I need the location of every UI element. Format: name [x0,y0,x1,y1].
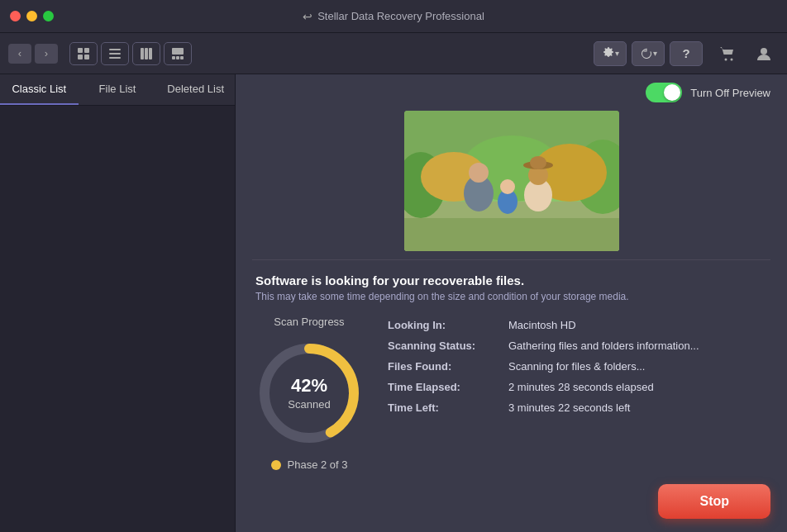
action-buttons: ▾ ▾ ? [594,41,703,66]
preview-image [404,111,619,251]
svg-rect-33 [404,218,619,251]
maximize-button[interactable] [43,11,54,21]
svg-rect-13 [180,56,184,59]
view-grid-button[interactable] [69,42,98,65]
minimize-button[interactable] [26,11,37,21]
scan-area: Scan Progress 42% Scanned Phase 2 of 3 [236,309,787,487]
phase-indicator: Phase 2 of 3 [271,458,348,471]
restore-button[interactable]: ▾ [632,41,665,66]
info-row-time-elapsed: Time Elapsed: 2 minutes 28 seconds elaps… [388,381,767,393]
preview-toggle-bar: Turn Off Preview [236,74,787,111]
sidebar-content [0,106,235,532]
info-row-time-left: Time Left: 3 minutes 22 seconds left [388,401,767,414]
info-row-scanning-status: Scanning Status: Gathering files and fol… [388,340,767,352]
info-key-looking-in: Looking In: [388,319,503,331]
help-button[interactable]: ? [670,41,703,66]
main-layout: Classic List File List Deleted List Turn… [0,74,787,532]
phase-text: Phase 2 of 3 [288,458,348,471]
progress-circle: 42% Scanned [255,340,363,447]
back-arrow-icon: ↩ [303,10,312,23]
content-area: Turn Off Preview [236,74,787,532]
traffic-lights [10,11,54,21]
svg-point-15 [731,58,733,60]
phase-dot-icon [271,460,281,470]
icon-buttons [713,41,779,66]
svg-point-16 [761,48,767,55]
titlebar: ↩ Stellar Data Recovery Professional [0,0,787,33]
info-key-time-left: Time Left: [388,401,503,414]
svg-rect-4 [109,49,121,50]
tab-file-list[interactable]: File List [79,74,157,105]
app-title: ↩ Stellar Data Recovery Professional [303,10,484,23]
svg-point-14 [725,58,727,60]
svg-rect-10 [172,48,184,55]
info-key-files-found: Files Found: [388,360,503,373]
nav-back-button[interactable]: ‹ [8,44,31,64]
info-val-time-elapsed: 2 minutes 28 seconds elapsed [508,381,654,393]
app-title-text: Stellar Data Recovery Professional [317,10,484,22]
view-list-button[interactable] [101,42,129,65]
close-button[interactable] [10,11,21,21]
svg-rect-11 [172,56,175,59]
status-text-area: Software is looking for your recoverable… [236,260,787,309]
scan-progress-label: Scan Progress [274,316,344,328]
svg-rect-5 [109,53,121,55]
sidebar-tabs: Classic List File List Deleted List [0,74,235,106]
info-key-scanning-status: Scanning Status: [388,340,503,352]
info-row-files-found: Files Found: Scanning for files & folder… [388,360,767,373]
svg-point-26 [469,163,489,183]
tab-deleted-list[interactable]: Deleted List [156,74,235,105]
stop-button[interactable]: Stop [658,484,770,519]
info-val-files-found: Scanning for files & folders... [508,360,645,373]
stop-button-container: Stop [658,484,770,519]
sidebar: Classic List File List Deleted List [0,74,236,532]
nav-forward-button[interactable]: › [35,44,58,64]
tab-classic-list[interactable]: Classic List [0,74,79,105]
preview-toggle-label: Turn Off Preview [690,87,770,99]
status-sub-text: This may take some time depending on the… [255,291,767,302]
preview-photo [404,111,619,251]
svg-rect-6 [109,57,121,59]
toggle-thumb [664,84,680,101]
info-val-scanning-status: Gathering files and folders information.… [508,340,699,352]
user-button[interactable] [749,41,779,66]
svg-rect-9 [149,48,152,59]
view-buttons [69,42,192,65]
circle-percent: 42% [288,375,330,397]
settings-button[interactable]: ▾ [594,41,627,66]
circle-inner: 42% Scanned [288,375,330,411]
info-key-time-elapsed: Time Elapsed: [388,381,503,393]
status-main-text: Software is looking for your recoverable… [255,273,767,287]
toolbar: ‹ › ▾ ▾ ? [0,33,787,74]
svg-point-28 [500,179,515,194]
cart-button[interactable] [713,41,742,66]
svg-rect-2 [78,55,83,59]
svg-rect-12 [176,56,179,59]
info-val-time-left: 3 minutes 22 seconds left [508,401,630,414]
svg-rect-0 [78,48,83,53]
svg-rect-7 [141,48,144,59]
info-row-looking-in: Looking In: Macintosh HD [388,319,767,331]
svg-rect-8 [145,48,148,59]
view-columns-button[interactable] [132,42,160,65]
view-cover-button[interactable] [164,42,192,65]
scan-info: Looking In: Macintosh HD Scanning Status… [388,316,767,414]
preview-area [236,111,787,259]
svg-point-32 [530,156,546,169]
preview-toggle-switch[interactable] [646,83,682,102]
svg-rect-3 [84,55,89,59]
circle-scanned: Scanned [288,398,330,411]
info-val-looking-in: Macintosh HD [508,319,576,331]
svg-rect-1 [84,48,89,53]
scan-left: Scan Progress 42% Scanned Phase 2 of 3 [255,316,363,471]
